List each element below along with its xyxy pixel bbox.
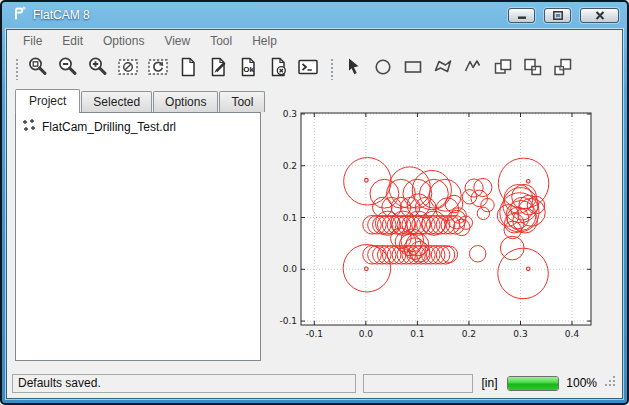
window-title: FlatCAM 8 (33, 8, 90, 22)
toolbar-draw-polygon-button[interactable] (429, 56, 456, 83)
app-icon (11, 5, 27, 25)
zoom-in-icon (86, 55, 110, 83)
plot-figure: -0.10.00.10.20.30.4-0.10.00.10.20.3 (267, 89, 618, 369)
menu-options[interactable]: Options (93, 31, 154, 51)
toolbar-cancel-edit-button[interactable] (264, 56, 291, 83)
minimize-button[interactable] (508, 8, 535, 23)
copy-geometry-icon (521, 55, 545, 83)
toolbar-zoom-fit-button[interactable] (24, 56, 51, 83)
draw-polygon-icon (431, 55, 455, 83)
menu-edit[interactable]: Edit (52, 31, 93, 51)
minimize-icon (517, 6, 527, 24)
y-tick-label: 0.1 (283, 213, 297, 223)
left-panel: ProjectSelectedOptionsTool FlatCam_Drill… (15, 89, 261, 361)
zoom-fit-icon (26, 55, 50, 83)
new-geometry-icon (176, 55, 200, 83)
tab-bar: ProjectSelectedOptionsTool (15, 89, 261, 112)
tab-project[interactable]: Project (15, 89, 80, 113)
toolbar-zoom-out-button[interactable] (54, 56, 81, 83)
status-message: Defaults saved. (12, 374, 356, 393)
window-controls (508, 8, 619, 23)
menu-tool[interactable]: Tool (200, 31, 242, 51)
toolbar-draw-rectangle-button[interactable] (399, 56, 426, 83)
edit-geometry-icon (206, 55, 230, 83)
polygon-union-icon (491, 55, 515, 83)
close-icon (595, 6, 605, 24)
tree-item-label: FlatCam_Drilling_Test.drl (42, 120, 176, 134)
replot-icon (146, 55, 170, 83)
toolbar-handle-2[interactable] (330, 58, 334, 80)
titlebar[interactable]: FlatCAM 8 (2, 2, 627, 28)
x-tick-label: 0.3 (513, 329, 527, 339)
toolbar-copy-geometry-button[interactable] (519, 56, 546, 83)
x-tick-label: 0.4 (565, 329, 580, 339)
progress-percent-label: 100% (566, 376, 597, 390)
shell-icon (296, 55, 320, 83)
tree-item[interactable]: FlatCam_Drilling_Test.drl (20, 116, 256, 137)
tab-selected[interactable]: Selected (81, 91, 152, 112)
toolbar: Ok (7, 51, 622, 87)
menu-help[interactable]: Help (242, 31, 287, 51)
clear-plot-icon (116, 55, 140, 83)
x-tick-label: 0.1 (410, 329, 424, 339)
toolbar-clear-plot-button[interactable] (114, 56, 141, 83)
menubar: FileEditOptionsViewToolHelp (7, 30, 622, 51)
select-icon (341, 55, 365, 83)
flatcam-window: FlatCAM 8 FileEditOptionsViewToolHelp (0, 0, 629, 405)
x-tick-label: -0.1 (306, 329, 324, 339)
tab-options[interactable]: Options (153, 91, 218, 112)
tab-tool[interactable]: Tool (219, 91, 265, 112)
x-tick-label: 0.2 (462, 329, 476, 339)
cancel-edit-icon (266, 55, 290, 83)
toolbar-group-edit (339, 56, 579, 83)
progress-bar (507, 376, 560, 391)
close-button[interactable] (580, 8, 619, 23)
statusbar: Defaults saved. [in] 100% (7, 371, 622, 395)
move-geometry-icon (551, 55, 575, 83)
toolbar-replot-button[interactable] (144, 56, 171, 83)
toolbar-draw-circle-button[interactable] (369, 56, 396, 83)
menu-file[interactable]: File (13, 31, 52, 51)
toolbar-draw-path-button[interactable] (459, 56, 486, 83)
menu-view[interactable]: View (154, 31, 200, 51)
toolbar-handle[interactable] (15, 58, 19, 80)
main-area: ProjectSelectedOptionsTool FlatCam_Drill… (7, 87, 622, 369)
drill-icon (22, 118, 36, 135)
toolbar-zoom-in-button[interactable] (84, 56, 111, 83)
maximize-icon (553, 6, 563, 24)
svg-text:Ok: Ok (243, 65, 254, 74)
toolbar-update-geometry-button[interactable]: Ok (234, 56, 261, 83)
plot-canvas[interactable]: -0.10.00.10.20.30.4-0.10.00.10.20.3 (267, 89, 618, 365)
draw-rectangle-icon (401, 55, 425, 83)
units-label: [in] (482, 376, 498, 390)
status-aux-panel (363, 374, 473, 393)
resize-grip[interactable] (604, 374, 617, 392)
toolbar-move-geometry-button[interactable] (549, 56, 576, 83)
draw-circle-icon (371, 55, 395, 83)
y-tick-label: 0.3 (283, 109, 297, 119)
toolbar-new-geometry-button[interactable] (174, 56, 201, 83)
update-geometry-icon: Ok (236, 55, 260, 83)
y-tick-label: 0.2 (283, 161, 297, 171)
y-tick-label: -0.1 (279, 316, 297, 326)
project-tree[interactable]: FlatCam_Drilling_Test.drl (15, 112, 261, 361)
progress-fill (508, 377, 559, 390)
toolbar-edit-geometry-button[interactable] (204, 56, 231, 83)
x-tick-label: 0.0 (359, 329, 374, 339)
toolbar-polygon-union-button[interactable] (489, 56, 516, 83)
draw-path-icon (461, 55, 485, 83)
toolbar-shell-button[interactable] (294, 56, 321, 83)
client-area: FileEditOptionsViewToolHelp Ok ProjectSe… (6, 29, 623, 399)
maximize-button[interactable] (544, 8, 571, 23)
zoom-out-icon (56, 55, 80, 83)
toolbar-group-plot: Ok (24, 56, 324, 83)
y-tick-label: 0.0 (283, 264, 298, 274)
toolbar-select-button[interactable] (339, 56, 366, 83)
